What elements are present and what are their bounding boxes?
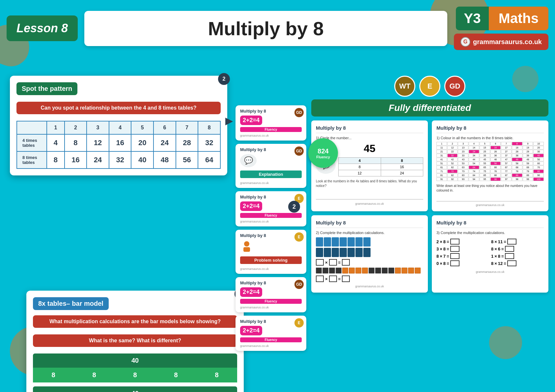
eq-box-4 bbox=[316, 275, 324, 282]
ws-1-type: Fluency bbox=[240, 127, 302, 132]
eq-11: 11 bbox=[498, 239, 503, 244]
eq-eq5: = bbox=[504, 239, 506, 244]
grid-4: 4 bbox=[469, 142, 479, 145]
ws-4-person-icon bbox=[240, 240, 253, 253]
eq-8-g: 8 bbox=[498, 254, 500, 259]
grid-51: 51 bbox=[436, 162, 447, 165]
eq-ans-1 bbox=[450, 239, 459, 245]
ws-rl-instruction2: Look at the numbers in the 4x tables and… bbox=[316, 179, 423, 188]
col-1: 1 bbox=[47, 121, 64, 134]
grid-39: 39 bbox=[523, 154, 533, 157]
spot-pattern-worksheet: 2 ▶ Spot the pattern Can you spot a rela… bbox=[10, 76, 227, 175]
grid-85: 85 bbox=[480, 173, 490, 177]
website-badge: G grammarsaurus.co.uk bbox=[454, 34, 548, 50]
dark-block-12 bbox=[388, 268, 394, 274]
bar-2: 40 5 5 5 5 5 5 5 5 bbox=[33, 386, 237, 392]
eq-8-f: 8 bbox=[491, 247, 493, 251]
eq-right-col: 8 × 11 = 8 × 6 = 1 × bbox=[491, 237, 544, 268]
ws-2-badge: GD bbox=[294, 146, 304, 156]
grid-89: 89 bbox=[523, 173, 533, 177]
grid-30: 30 bbox=[533, 150, 544, 153]
grid-53: 53 bbox=[458, 162, 468, 165]
eq-0: 0 bbox=[436, 261, 439, 266]
ws-right-3: Multiply by 8 2) Complete the multiplica… bbox=[311, 215, 428, 293]
ws-4-type: Problem solving bbox=[240, 256, 302, 264]
ws-3-subject: Multiply by 8 bbox=[240, 195, 302, 199]
fully-differentiated-banner: Fully differentiated bbox=[311, 99, 548, 117]
eq-equals-2: = bbox=[338, 276, 341, 281]
grid-32: 32 bbox=[447, 154, 458, 157]
table-header-empty bbox=[17, 121, 47, 134]
grid-16: 16 bbox=[490, 146, 501, 149]
ws-6-footer: grammarsaurus.co.uk bbox=[240, 344, 302, 348]
worksheet-list: Multiply by 8 2+2=4 Fluency GD grammarsa… bbox=[236, 105, 306, 351]
grid-98: 98 bbox=[512, 177, 522, 181]
eq-x7: × bbox=[494, 254, 497, 259]
ws-2-footer: grammarsaurus.co.uk bbox=[240, 181, 302, 185]
ws-1-footer: grammarsaurus.co.uk bbox=[240, 134, 302, 137]
eq-left-col: 2 × 8 = 3 × 8 = 8 × bbox=[436, 237, 489, 268]
grid-33: 33 bbox=[458, 154, 468, 157]
grid-20: 20 bbox=[533, 146, 544, 149]
ws-6-badge: E bbox=[294, 318, 304, 327]
eq-times-1: × bbox=[325, 260, 328, 265]
grid-28: 28 bbox=[512, 150, 522, 153]
block-9 bbox=[324, 248, 331, 257]
ws-1-subject: Multiply by 8 bbox=[240, 109, 302, 114]
cell-8-7: 56 bbox=[176, 151, 198, 169]
eq-1x8: 1 × 8 = bbox=[491, 253, 544, 259]
grid-10: 10 bbox=[533, 142, 544, 145]
grid-19: 19 bbox=[523, 146, 533, 149]
cell-4-5: 20 bbox=[131, 134, 153, 151]
equations-grid: 2 × 8 = 3 × 8 = 8 × bbox=[436, 237, 544, 268]
ws-1-badge: GD bbox=[294, 108, 304, 117]
col-3: 3 bbox=[87, 121, 109, 134]
cell-8-1: 8 bbox=[47, 151, 64, 169]
grid-66: 66 bbox=[490, 166, 501, 169]
eq-x3: × bbox=[440, 254, 442, 259]
col-6: 6 bbox=[153, 121, 176, 134]
diff-icons-row: WT E GD bbox=[311, 76, 548, 97]
ws-item-1: Multiply by 8 2+2=4 Fluency GD grammarsa… bbox=[236, 105, 306, 141]
grammarsaurus-icon: G bbox=[460, 37, 470, 47]
bar-cell-8-2: 8 bbox=[74, 368, 115, 382]
bar-cell-8-4: 8 bbox=[155, 368, 196, 382]
grid-21: 21 bbox=[436, 150, 447, 153]
page-title: Multiply by 8 bbox=[97, 17, 434, 39]
number-badge-2: 2 bbox=[288, 201, 300, 213]
eq-eq4: = bbox=[447, 261, 449, 266]
wt-icon: WT bbox=[394, 76, 415, 97]
block-7 bbox=[363, 237, 371, 247]
grid-71: 71 bbox=[436, 170, 447, 173]
grid-57: 57 bbox=[501, 162, 512, 165]
eq-12: 12 bbox=[498, 261, 503, 266]
eq-8x7: 8 × 7 = bbox=[436, 253, 489, 259]
eq-8x12: 8 × 12 = bbox=[491, 260, 544, 266]
eq-2x8: 2 × 8 = bbox=[436, 239, 489, 245]
mini-td-12-24-l: 12 bbox=[339, 170, 381, 176]
bar-model-q1: What multiplication calculations are the… bbox=[33, 315, 237, 328]
grid-80: 80 bbox=[533, 170, 544, 173]
eq-ans-5 bbox=[507, 239, 516, 245]
grid-44: 44 bbox=[469, 158, 479, 161]
grid-29: 29 bbox=[523, 150, 533, 153]
ws-rl-footer: grammarsaurus.co.uk bbox=[316, 202, 423, 205]
mini-table: 4 8 8 16 12 24 bbox=[338, 157, 423, 176]
grid-90: 90 bbox=[533, 173, 544, 177]
grid-87: 87 bbox=[501, 173, 512, 177]
dark-block-4 bbox=[336, 268, 342, 274]
ws-3-logo: 2+2=4 bbox=[240, 201, 262, 211]
ws-r4-title: Multiply by 8 bbox=[436, 220, 544, 228]
fluency-number: 824 bbox=[318, 147, 328, 155]
header-right: Y3 Maths G grammarsaurus.co.uk bbox=[454, 7, 548, 50]
col-4: 4 bbox=[109, 121, 131, 134]
block-arrays-1 bbox=[316, 237, 423, 257]
eq-times-2: × bbox=[325, 276, 328, 281]
dark-block-6 bbox=[349, 268, 355, 274]
year-badge: Y3 bbox=[456, 7, 488, 30]
grid-8: 8 bbox=[512, 142, 522, 145]
block-5 bbox=[347, 237, 355, 247]
eq-7: 7 bbox=[443, 254, 446, 259]
dark-block-16 bbox=[415, 268, 421, 274]
block-10 bbox=[332, 248, 339, 257]
